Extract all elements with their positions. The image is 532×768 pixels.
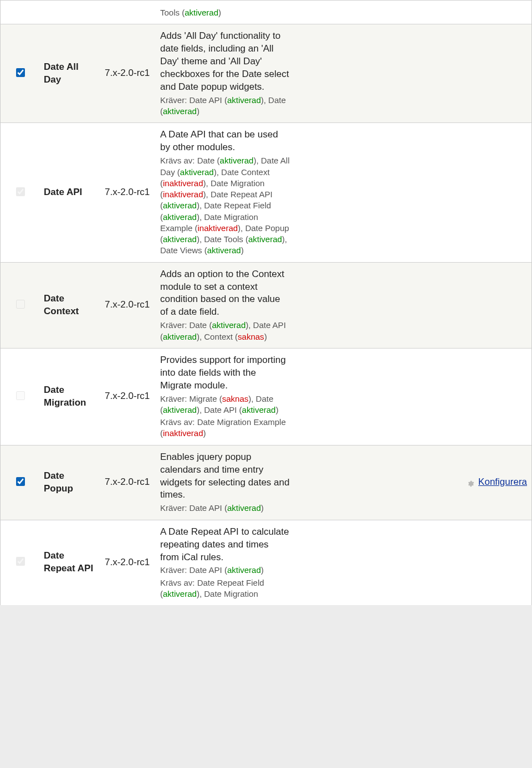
status-text: aktiverad bbox=[207, 245, 241, 255]
status-text: inaktiverad bbox=[198, 223, 238, 233]
requires-block: Kräver: Date (aktiverad), Date API (akti… bbox=[160, 320, 290, 342]
status-text: aktiverad bbox=[212, 320, 245, 330]
status-text: aktiverad bbox=[220, 156, 254, 165]
module-name: Date API bbox=[39, 123, 100, 262]
requires-block: Kräver: Date API (aktiverad) bbox=[160, 565, 290, 576]
module-version: 7.x-2.0-rc1 bbox=[100, 262, 156, 348]
requires-block: Kräver: Migrate (saknas), Date (aktivera… bbox=[160, 393, 290, 416]
module-description: A Date Repeat API to calculate repeating… bbox=[160, 526, 290, 564]
enable-checkbox-date-migration bbox=[16, 391, 25, 400]
table-row: Tools (aktiverad) bbox=[1, 1, 531, 24]
status-text: aktiverad bbox=[185, 8, 218, 17]
dep-fragment: Tools (aktiverad) bbox=[160, 7, 290, 18]
status-text: saknas bbox=[238, 332, 264, 341]
table-row: Date Popup7.x-2.0-rc1Enables jquery popu… bbox=[1, 445, 531, 520]
module-description: Adds 'All Day' functionality to date fie… bbox=[160, 30, 290, 94]
requires-block: Kräver: Date API (aktiverad) bbox=[160, 503, 290, 514]
status-text: inaktiverad bbox=[163, 428, 203, 438]
enable-checkbox-date-api bbox=[16, 187, 25, 196]
status-text: aktiverad bbox=[163, 212, 197, 222]
status-text: aktiverad bbox=[227, 95, 261, 105]
gear-icon bbox=[467, 479, 474, 487]
module-name: Date All Day bbox=[39, 24, 100, 123]
enable-checkbox-date-context bbox=[16, 300, 25, 309]
requires-block: Kräver: Date API (aktiverad), Date (akti… bbox=[160, 95, 290, 117]
table-row: Date All Day7.x-2.0-rc1Adds 'All Day' fu… bbox=[1, 24, 531, 123]
modules-table: Tools (aktiverad)Date All Day7.x-2.0-rc1… bbox=[1, 0, 531, 605]
status-text: aktiverad bbox=[163, 234, 197, 244]
module-description: Provides support for importing into date… bbox=[160, 354, 290, 392]
table-row: Date Context7.x-2.0-rc1Adds an option to… bbox=[1, 262, 531, 348]
module-version: 7.x-2.0-rc1 bbox=[100, 520, 156, 605]
status-text: aktiverad bbox=[227, 503, 261, 513]
status-text: aktiverad bbox=[163, 106, 197, 116]
required-by-block: Krävs av: Date Migration Example (inakti… bbox=[160, 417, 290, 439]
module-description: A Date API that can be used by other mod… bbox=[160, 129, 290, 154]
module-name: Date Popup bbox=[39, 445, 100, 520]
module-description: Adds an option to the Context module to … bbox=[160, 268, 290, 319]
module-version: 7.x-2.0-rc1 bbox=[100, 123, 156, 262]
status-text: inaktiverad bbox=[163, 178, 203, 188]
module-version: 7.x-2.0-rc1 bbox=[100, 348, 156, 445]
module-name: Date Repeat API bbox=[39, 520, 100, 605]
status-text: aktiverad bbox=[227, 565, 261, 575]
table-row: Date Migration7.x-2.0-rc1Provides suppor… bbox=[1, 348, 531, 445]
module-version: 7.x-2.0-rc1 bbox=[100, 445, 156, 520]
module-name: Date Migration bbox=[39, 348, 100, 445]
status-text: inaktiverad bbox=[163, 190, 203, 199]
required-by-block: Krävs av: Date Repeat Field (aktiverad),… bbox=[160, 577, 290, 600]
status-text: aktiverad bbox=[163, 332, 197, 341]
table-row: Date Repeat API7.x-2.0-rc1A Date Repeat … bbox=[1, 520, 531, 605]
status-text: saknas bbox=[222, 394, 249, 403]
status-text: aktiverad bbox=[163, 201, 197, 210]
table-row: Date API7.x-2.0-rc1A Date API that can b… bbox=[1, 123, 531, 262]
enable-checkbox-date-popup[interactable] bbox=[16, 477, 25, 486]
status-text: aktiverad bbox=[163, 589, 197, 598]
module-name: Date Context bbox=[39, 262, 100, 348]
required-by-block: Krävs av: Date (aktiverad), Date All Day… bbox=[160, 155, 290, 256]
status-text: aktiverad bbox=[163, 405, 197, 414]
enable-checkbox-date-repeat-api bbox=[16, 557, 25, 566]
module-description: Enables jquery popup calendars and time … bbox=[160, 451, 290, 502]
status-text: aktiverad bbox=[242, 405, 276, 414]
status-text: aktiverad bbox=[180, 167, 214, 177]
enable-checkbox-date-all-day[interactable] bbox=[16, 68, 25, 77]
modules-page: Tools (aktiverad)Date All Day7.x-2.0-rc1… bbox=[0, 0, 532, 605]
module-version: 7.x-2.0-rc1 bbox=[100, 24, 156, 123]
configure-link[interactable]: Konfigurera bbox=[478, 477, 527, 487]
status-text: aktiverad bbox=[248, 234, 282, 244]
